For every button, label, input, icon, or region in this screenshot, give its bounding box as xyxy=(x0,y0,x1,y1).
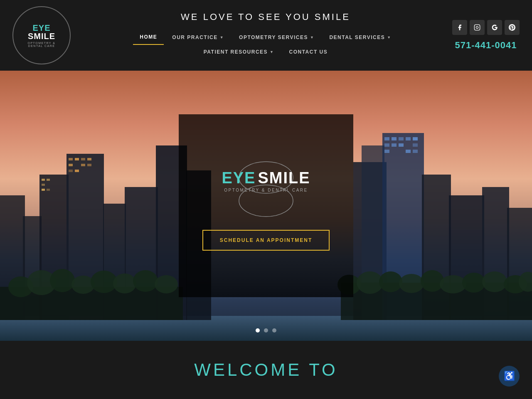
social-icons xyxy=(452,20,520,35)
welcome-heading: WELCOME TO xyxy=(194,360,338,380)
svg-rect-31 xyxy=(399,137,404,140)
nav-contact-us[interactable]: CONTACT US xyxy=(283,45,335,59)
svg-rect-9 xyxy=(42,184,45,186)
svg-point-61 xyxy=(462,273,485,293)
dropdown-arrow-icon: ▼ xyxy=(387,35,391,39)
nav-patient-resources[interactable]: PATIENT RESOURCES ▼ xyxy=(197,45,281,59)
svg-point-57 xyxy=(379,271,402,292)
nav-home[interactable]: HOME xyxy=(133,30,164,45)
svg-rect-18 xyxy=(87,158,91,160)
hero-logo-wrapper: EYE SMILE OPTOMETRY & DENTAL CARE xyxy=(222,161,310,217)
svg-point-66 xyxy=(239,185,293,217)
dropdown-arrow-icon: ▼ xyxy=(220,35,224,39)
svg-rect-38 xyxy=(384,150,389,153)
slider-dots xyxy=(256,328,276,332)
accessibility-button[interactable]: ♿ xyxy=(499,366,520,387)
pinterest-icon[interactable] xyxy=(505,20,520,35)
svg-point-58 xyxy=(399,274,424,293)
svg-rect-17 xyxy=(81,158,85,160)
svg-rect-36 xyxy=(399,143,404,147)
svg-rect-0 xyxy=(474,25,480,30)
svg-rect-16 xyxy=(75,158,79,160)
svg-point-62 xyxy=(482,271,507,292)
navigation: HOME OUR PRACTICE ▼ OPTOMETRY SERVICES ▼… xyxy=(133,30,398,59)
logo-subtitle: OPTOMETRY & DENTAL CARE xyxy=(22,42,62,47)
phone-number[interactable]: 571-441-0041 xyxy=(455,40,517,51)
svg-rect-19 xyxy=(69,164,73,166)
slider-dot-2[interactable] xyxy=(264,328,268,332)
svg-rect-39 xyxy=(406,150,411,153)
header-center: WE LOVE TO SEE YOU SMILE HOME OUR PRACTI… xyxy=(79,12,452,59)
instagram-icon[interactable] xyxy=(470,20,485,35)
svg-rect-34 xyxy=(384,143,389,147)
dropdown-arrow-icon: ▼ xyxy=(270,50,274,54)
svg-point-53 xyxy=(133,270,158,292)
nav-row-1: HOME OUR PRACTICE ▼ OPTOMETRY SERVICES ▼… xyxy=(133,30,398,45)
svg-rect-23 xyxy=(75,170,79,172)
svg-rect-33 xyxy=(413,137,418,140)
svg-rect-40 xyxy=(413,150,418,153)
hero-logo-bottom-arc xyxy=(237,184,295,217)
svg-rect-10 xyxy=(42,189,45,191)
svg-point-52 xyxy=(113,273,136,293)
svg-rect-8 xyxy=(47,179,50,181)
svg-rect-15 xyxy=(69,158,73,160)
svg-rect-32 xyxy=(406,137,411,140)
nav-dental-services[interactable]: DENTAL SERVICES ▼ xyxy=(323,30,398,44)
nav-optometry-services[interactable]: OPTOMETRY SERVICES ▼ xyxy=(232,30,321,44)
svg-rect-30 xyxy=(392,137,397,140)
svg-point-54 xyxy=(155,275,178,293)
nav-row-2: PATIENT RESOURCES ▼ CONTACT US xyxy=(197,45,335,59)
nav-our-practice[interactable]: OUR PRACTICE ▼ xyxy=(165,30,231,44)
tagline: WE LOVE TO SEE YOU SMILE xyxy=(181,12,350,22)
svg-rect-29 xyxy=(384,137,389,140)
header-right: 571-441-0041 xyxy=(452,20,520,51)
logo-smile: SMILE xyxy=(28,32,55,40)
svg-rect-7 xyxy=(42,179,45,181)
slider-dot-1[interactable] xyxy=(256,328,260,332)
svg-point-59 xyxy=(421,270,444,292)
schedule-appointment-button[interactable]: SCHEDULE AN APPOINTMENT xyxy=(202,230,330,251)
google-icon[interactable] xyxy=(487,20,502,35)
hero-overlay: EYE SMILE OPTOMETRY & DENTAL CARE SCHEDU… xyxy=(179,114,353,297)
facebook-icon[interactable] xyxy=(452,20,467,35)
svg-rect-20 xyxy=(81,164,85,166)
svg-rect-11 xyxy=(47,189,50,191)
logo[interactable]: EYE SMILE OPTOMETRY & DENTAL CARE xyxy=(12,6,79,64)
svg-rect-37 xyxy=(413,143,418,147)
svg-point-49 xyxy=(50,269,75,292)
svg-rect-21 xyxy=(87,164,91,166)
svg-rect-22 xyxy=(69,170,73,172)
bottom-section: WELCOME TO xyxy=(0,341,532,399)
dropdown-arrow-icon: ▼ xyxy=(310,35,314,39)
hero-section: EYE SMILE OPTOMETRY & DENTAL CARE SCHEDU… xyxy=(0,71,532,341)
header: EYE SMILE OPTOMETRY & DENTAL CARE WE LOV… xyxy=(0,0,532,71)
slider-dot-3[interactable] xyxy=(272,328,276,332)
logo-eye: EYE xyxy=(32,24,50,32)
svg-rect-35 xyxy=(392,143,397,147)
accessibility-icon: ♿ xyxy=(504,371,515,382)
